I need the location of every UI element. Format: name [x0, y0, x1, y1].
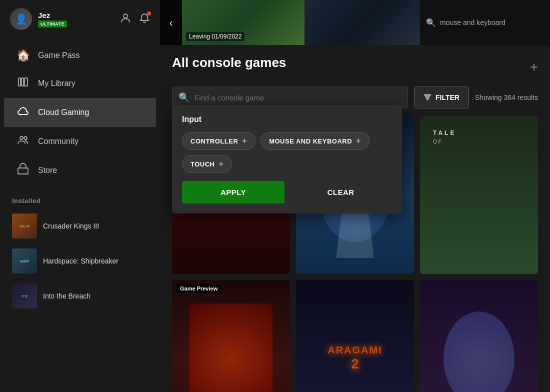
touch-chip-label: TOUCH: [190, 160, 214, 168]
cloud-icon: [16, 105, 30, 120]
svg-point-5: [24, 136, 27, 140]
filter-chip-touch[interactable]: TOUCH +: [182, 155, 232, 173]
into-the-breach-name: Into the Breach: [43, 292, 90, 300]
game-card-preview-1[interactable]: Game Preview: [172, 280, 290, 392]
crusader-kings-name: Crusader Kings III: [43, 222, 99, 230]
ultimate-badge: ULTIMATE: [38, 20, 67, 28]
filter-actions: APPLY CLEAR: [182, 181, 392, 204]
filter-chips: CONTROLLER + MOUSE AND KEYBOARD + TOUCH …: [182, 132, 392, 173]
notification-icon[interactable]: [139, 12, 150, 26]
carousel-back-button[interactable]: ‹: [160, 0, 182, 45]
sidebar-item-community-label: Community: [38, 137, 78, 146]
game-card-aragami-2[interactable]: ARAGAMI 2: [296, 280, 414, 392]
filter-section-label: Input: [182, 115, 392, 124]
home-icon: 🏠: [16, 49, 30, 62]
carousel: ‹ Leaving 01/09/2022 🔍: [160, 0, 550, 45]
shipbreaker-name: Hardspace: Shipbreaker: [43, 257, 118, 265]
controller-chip-plus-icon: +: [242, 136, 247, 146]
carousel-item-1-label: Leaving 01/09/2022: [186, 32, 244, 41]
nav-items: 🏠 Game Pass My Library Cloud Gaming: [0, 38, 160, 189]
main-content: ‹ Leaving 01/09/2022 🔍 All console games…: [160, 0, 550, 392]
username: Jez: [38, 11, 67, 20]
sidebar-item-store-label: Store: [38, 166, 57, 175]
carousel-item-2[interactable]: [304, 0, 427, 45]
filter-dropdown: Input CONTROLLER + MOUSE AND KEYBOARD + …: [172, 105, 402, 214]
sidebar-item-cloud-gaming-label: Cloud Gaming: [38, 108, 89, 117]
user-info: Jez ULTIMATE: [38, 11, 67, 28]
add-button[interactable]: +: [530, 59, 538, 75]
svg-rect-2: [22, 78, 24, 86]
sidebar-item-my-library[interactable]: My Library: [4, 69, 156, 98]
crusader-kings-thumb: CK III: [12, 214, 37, 238]
results-count: Showing 364 results: [475, 94, 538, 102]
filter-button[interactable]: FILTER: [414, 86, 469, 108]
carousel-item-1[interactable]: Leaving 01/09/2022: [182, 0, 304, 45]
list-item[interactable]: ITB Into the Breach: [12, 278, 148, 314]
section-title: All console games: [172, 55, 286, 70]
sidebar-header: 👤 Jez ULTIMATE: [0, 0, 160, 38]
community-icon: [16, 134, 30, 149]
filter-chip-mouse-keyboard[interactable]: MOUSE AND KEYBOARD +: [260, 132, 370, 150]
sidebar: 👤 Jez ULTIMATE 🏠: [0, 0, 160, 392]
search-icon: 🔍: [178, 92, 190, 103]
avatar-settings-icon[interactable]: [120, 12, 131, 26]
apply-button[interactable]: APPLY: [182, 181, 284, 204]
filter-chip-controller[interactable]: CONTROLLER +: [182, 132, 256, 150]
store-icon: [16, 163, 30, 178]
svg-rect-3: [24, 78, 28, 86]
sidebar-item-community[interactable]: Community: [4, 127, 156, 156]
content-area: All console games + 🔍 FILTER Showing 364…: [160, 45, 550, 392]
svg-rect-6: [18, 168, 28, 174]
controller-chip-label: CONTROLLER: [190, 138, 238, 145]
notification-dot: [147, 12, 151, 16]
carousel-search-input[interactable]: [440, 18, 544, 26]
svg-point-0: [124, 14, 128, 18]
filter-button-label: FILTER: [436, 94, 460, 102]
carousel-search-icon: 🔍: [426, 18, 436, 28]
installed-label: Installed: [12, 197, 148, 204]
library-icon: [16, 76, 30, 91]
search-input[interactable]: [194, 94, 402, 102]
svg-rect-1: [18, 78, 20, 86]
mouse-keyboard-chip-label: MOUSE AND KEYBOARD: [269, 138, 352, 145]
touch-chip-plus-icon: +: [218, 160, 224, 168]
mouse-keyboard-chip-plus-icon: +: [356, 136, 361, 146]
shipbreaker-thumb: SHIP: [12, 248, 37, 274]
avatar[interactable]: 👤: [10, 8, 32, 30]
filter-icon: [424, 93, 432, 102]
game-card-purple[interactable]: [420, 280, 538, 392]
sidebar-item-store[interactable]: Store: [4, 156, 156, 185]
clear-button[interactable]: CLEAR: [290, 181, 392, 204]
into-the-breach-thumb: ITB: [12, 284, 37, 308]
sidebar-item-cloud-gaming[interactable]: Cloud Gaming: [4, 98, 156, 127]
game-card-tales[interactable]: TALE OF: [420, 116, 538, 274]
list-item[interactable]: CK III Crusader Kings III: [12, 208, 148, 244]
list-item[interactable]: SHIP Hardspace: Shipbreaker: [12, 244, 148, 278]
header-icons: [120, 12, 150, 26]
sidebar-item-game-pass[interactable]: 🏠 Game Pass: [4, 42, 156, 69]
sidebar-item-game-pass-label: Game Pass: [38, 51, 80, 60]
installed-section: Installed CK III Crusader Kings III SHIP…: [0, 189, 160, 318]
sidebar-item-my-library-label: My Library: [38, 79, 76, 88]
carousel-search-bar: 🔍: [420, 0, 550, 45]
svg-point-4: [20, 136, 23, 140]
